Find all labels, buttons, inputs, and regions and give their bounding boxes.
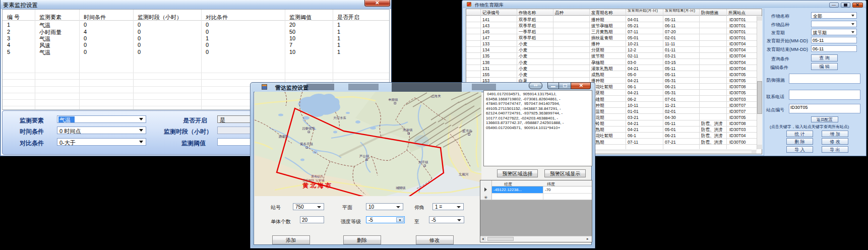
svg-text:蓝湾岛: 蓝湾岛 [462,129,472,133]
svg-text:大衍水库: 大衍水库 [333,116,347,120]
svg-text:昌黎镇东: 昌黎镇东 [302,127,316,130]
svg-text:芦台镇: 芦台镇 [359,154,369,158]
svg-text:山海关: 山海关 [431,94,441,98]
svg-text:海港镇: 海港镇 [403,128,413,132]
svg-text:唐海镇西: 唐海镇西 [311,174,323,178]
svg-text:黄各庄镇: 黄各庄镇 [300,142,314,146]
svg-text:丰南镇: 丰南镇 [388,98,398,101]
svg-text:路南区: 路南区 [279,135,289,139]
svg-text:城關镇: 城關镇 [396,186,406,190]
svg-text:刘庄镇: 刘庄镇 [418,160,428,164]
svg-text:北戴河: 北戴河 [459,172,469,176]
svg-text:黄北海市: 黄北海市 [302,182,333,189]
